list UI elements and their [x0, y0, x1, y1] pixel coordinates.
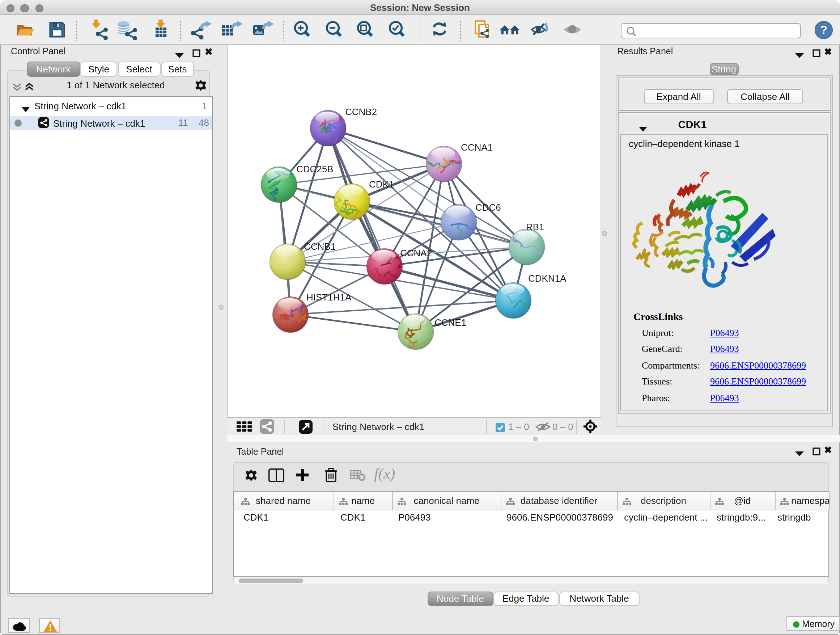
svg-text:?: ? — [820, 23, 827, 36]
